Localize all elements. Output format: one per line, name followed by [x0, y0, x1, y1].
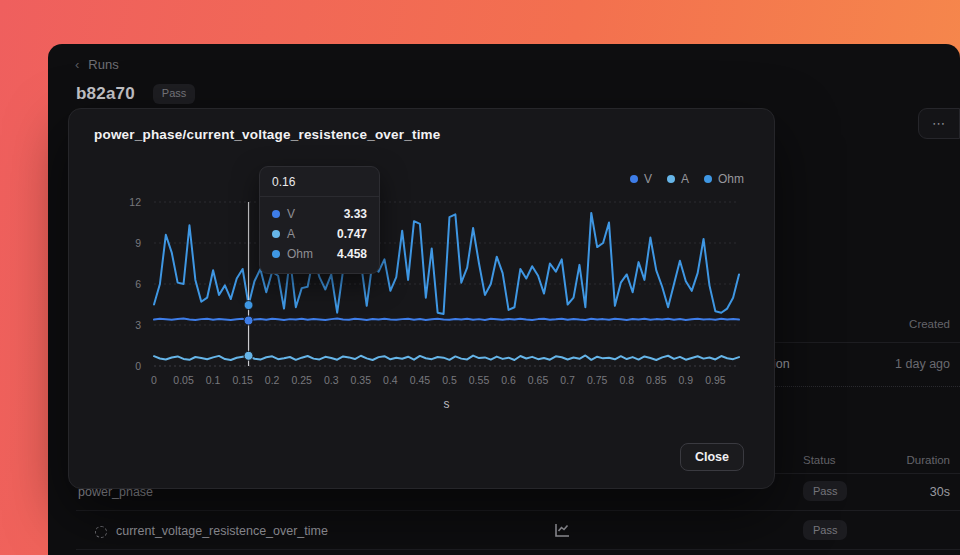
- x-tick-label: 0.45: [410, 374, 430, 386]
- chart-tooltip: 0.16 V 3.33 A 0.747 Ohm 4.458: [259, 166, 380, 274]
- app-window: ‹Runs b82a70 Pass ⋯ Created ion 1 day ag…: [48, 44, 960, 555]
- chart-plot: [154, 202, 739, 366]
- legend-dot-icon: [630, 175, 638, 183]
- breadcrumb[interactable]: ‹Runs: [75, 57, 119, 72]
- x-tick-label: 0.5: [442, 374, 457, 386]
- duration-value: 30s: [930, 485, 950, 499]
- y-axis-ticks: 036912: [109, 202, 141, 366]
- run-header: b82a70 Pass: [76, 84, 195, 104]
- chart-modal: power_phase/current_voltage_resistence_o…: [68, 108, 775, 489]
- legend-item-A[interactable]: A: [667, 172, 689, 186]
- tooltip-series-value: 3.33: [344, 207, 367, 221]
- duration-header: Duration: [907, 454, 950, 466]
- y-tick-label: 9: [109, 237, 141, 249]
- y-tick-label: 0: [109, 360, 141, 372]
- x-tick-label: 0.25: [292, 374, 312, 386]
- x-tick-label: 0.6: [501, 374, 516, 386]
- x-tick-label: 0.2: [265, 374, 280, 386]
- x-tick-label: 0.75: [587, 374, 607, 386]
- x-axis-label: s: [154, 397, 739, 411]
- x-tick-label: 0.65: [528, 374, 548, 386]
- y-tick-label: 12: [109, 196, 141, 208]
- tooltip-series-label: A: [287, 227, 295, 241]
- close-button[interactable]: Close: [680, 443, 744, 471]
- status-circle-icon: [95, 526, 107, 538]
- tooltip-series-value: 4.458: [337, 247, 367, 261]
- modal-title: power_phase/current_voltage_resistence_o…: [94, 127, 441, 142]
- x-tick-label: 0.9: [679, 374, 694, 386]
- legend-label: Ohm: [718, 172, 744, 186]
- tooltip-row-ohm: Ohm 4.458: [272, 244, 367, 264]
- tooltip-x-value: 0.16: [260, 167, 379, 197]
- legend-item-V[interactable]: V: [630, 172, 652, 186]
- legend-item-Ohm[interactable]: Ohm: [704, 172, 744, 186]
- x-tick-label: 0.7: [560, 374, 575, 386]
- legend-label: V: [644, 172, 652, 186]
- series-line-A: [154, 355, 739, 360]
- x-tick-label: 0.3: [324, 374, 339, 386]
- run-id: b82a70: [76, 84, 135, 104]
- legend-dot-icon: [667, 175, 675, 183]
- divider: [76, 510, 960, 511]
- x-tick-label: 0.95: [705, 374, 725, 386]
- created-value: 1 day ago: [895, 357, 950, 371]
- created-header: Created: [909, 318, 950, 330]
- breadcrumb-label: Runs: [88, 57, 118, 72]
- x-tick-label: 0.4: [383, 374, 398, 386]
- more-options-button[interactable]: ⋯: [918, 108, 960, 139]
- status-badge: Pass: [803, 520, 847, 540]
- legend-label: A: [681, 172, 689, 186]
- table-row-name[interactable]: current_voltage_resistence_over_time: [116, 524, 328, 538]
- cursor-point-A: [244, 351, 253, 360]
- ellipsis-icon: ⋯: [932, 116, 946, 131]
- tooltip-series-value: 0.747: [337, 227, 367, 241]
- chart-legend: VAOhm: [630, 172, 744, 186]
- status-badge: Pass: [803, 481, 847, 501]
- x-tick-label: 0.15: [232, 374, 252, 386]
- tooltip-series-label: V: [287, 207, 295, 221]
- series-line-Ohm: [154, 213, 739, 314]
- x-tick-label: 0.85: [646, 374, 666, 386]
- line-chart-icon: [553, 522, 571, 540]
- legend-dot-icon: [704, 175, 712, 183]
- status-header: Status: [803, 454, 836, 466]
- x-tick-label: 0: [151, 374, 157, 386]
- series-line-V: [154, 319, 739, 321]
- x-tick-label: 0.05: [173, 374, 193, 386]
- series-dot-icon: [272, 230, 280, 238]
- y-tick-label: 3: [109, 319, 141, 331]
- tooltip-row-v: V 3.33: [272, 204, 367, 224]
- x-tick-label: 0.35: [351, 374, 371, 386]
- x-tick-label: 0.55: [469, 374, 489, 386]
- series-dot-icon: [272, 210, 280, 218]
- x-tick-label: 0.8: [619, 374, 634, 386]
- chevron-left-icon: ‹: [75, 57, 79, 72]
- cursor-point-Ohm: [244, 301, 253, 310]
- x-tick-label: 0.1: [206, 374, 221, 386]
- tooltip-row-a: A 0.747: [272, 224, 367, 244]
- clipped-row-text: ion: [773, 357, 790, 371]
- run-status-badge: Pass: [153, 84, 195, 103]
- cursor-point-V: [244, 316, 253, 325]
- x-axis-ticks: 00.050.10.150.20.250.30.350.40.450.50.55…: [154, 374, 739, 388]
- y-tick-label: 6: [109, 278, 141, 290]
- divider: [76, 549, 960, 550]
- series-dot-icon: [272, 250, 280, 258]
- tooltip-series-label: Ohm: [287, 247, 313, 261]
